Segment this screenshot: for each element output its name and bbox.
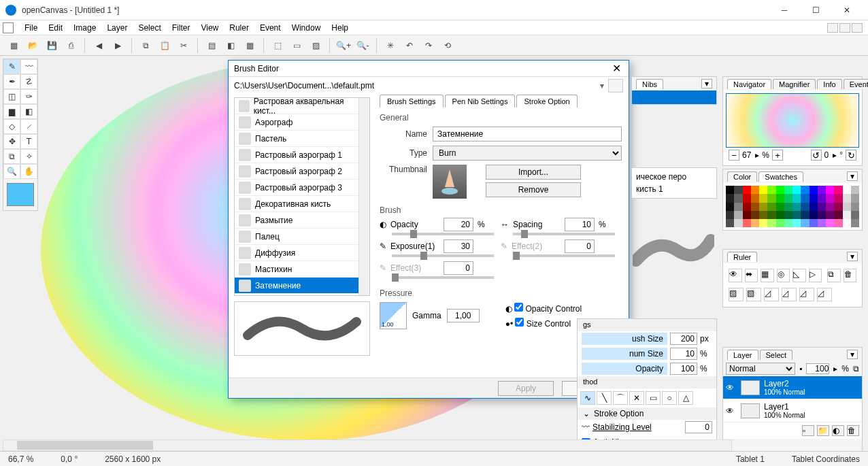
mdi-restore-icon[interactable] <box>839 23 850 33</box>
layer-lock-icon[interactable]: ▪ <box>799 364 802 373</box>
menu-select[interactable]: Select <box>133 22 166 34</box>
menu-edit[interactable]: Edit <box>43 22 68 34</box>
color-swatch[interactable] <box>759 194 767 202</box>
brush-type-select[interactable]: Burn <box>433 146 622 161</box>
panel-opacity-input[interactable] <box>670 363 697 375</box>
pen-item-0[interactable]: ическое перо <box>635 171 714 183</box>
menu-ruler[interactable]: Ruler <box>224 22 254 34</box>
tab-magnifier[interactable]: Magnifier <box>773 79 816 89</box>
color-swatch[interactable] <box>767 203 775 211</box>
color-swatch[interactable] <box>809 211 818 219</box>
brush-list-item[interactable]: Растровая акварельная кист... <box>235 98 358 114</box>
color-swatch[interactable] <box>726 203 734 211</box>
nav-rotate-cw-icon[interactable]: ↻ <box>846 150 856 161</box>
gradient-tool-icon[interactable]: ◧ <box>20 104 37 119</box>
color-swatch[interactable] <box>818 219 826 227</box>
pen-item-1[interactable]: кисть 1 <box>635 183 714 195</box>
maximize-button[interactable]: ☐ <box>800 0 831 20</box>
color-swatch[interactable] <box>834 194 842 202</box>
marquee-hatched-icon[interactable]: ▨ <box>307 37 324 54</box>
exposure-slider[interactable] <box>392 254 494 257</box>
nav-zoom-out-icon[interactable]: − <box>729 150 739 161</box>
stroke-mode-line-icon[interactable]: ╲ <box>597 391 612 405</box>
ruler-hatch1-icon[interactable]: ▨ <box>729 288 744 301</box>
color-swatch[interactable] <box>776 186 784 194</box>
stabilizing-input[interactable] <box>685 421 712 433</box>
color-swatch[interactable] <box>834 211 842 219</box>
nibs-dropdown-icon[interactable]: ▾ <box>701 79 712 88</box>
color-swatch[interactable] <box>834 203 842 211</box>
brush-list[interactable]: Растровая акварельная кист...АэрографПас… <box>234 97 370 296</box>
pencil-tool-icon[interactable]: ✎ <box>3 59 20 74</box>
import-button[interactable]: Import... <box>486 165 581 180</box>
marquee-icon[interactable]: ▭ <box>288 37 305 54</box>
stroke-mode-x-icon[interactable]: ✕ <box>629 391 644 405</box>
color-swatch[interactable] <box>751 211 759 219</box>
reset-icon[interactable]: ✳ <box>382 37 399 54</box>
color-swatch[interactable] <box>826 203 834 211</box>
brush-list-item[interactable]: Затемнение <box>235 278 358 294</box>
eyedropper-tool-icon[interactable]: ⟋ <box>20 119 37 134</box>
undo-icon[interactable]: ↶ <box>401 37 418 54</box>
text-tool-icon[interactable]: T <box>20 134 37 149</box>
tab-pen-nib[interactable]: Pen Nib Settings <box>445 95 516 107</box>
color-swatch[interactable] <box>826 211 834 219</box>
menu-image[interactable]: Image <box>68 22 101 34</box>
color-swatch[interactable] <box>776 219 784 227</box>
color-swatch[interactable] <box>743 186 751 194</box>
brush-tool-icon[interactable]: 〰 <box>20 59 37 74</box>
tab-select[interactable]: Select <box>760 350 793 360</box>
paste-icon[interactable]: 📋 <box>156 37 173 54</box>
color-swatch[interactable] <box>784 194 792 202</box>
color-swatch[interactable] <box>726 186 734 194</box>
move-tool-icon[interactable]: ✥ <box>3 134 20 149</box>
brush-list-item[interactable]: Растровый аэрограф 3 <box>235 180 358 196</box>
ruler-p1-icon[interactable]: ◿ <box>764 288 779 301</box>
color-swatch[interactable] <box>801 186 809 194</box>
color-swatch[interactable] <box>784 203 792 211</box>
stroke-mode-curve-icon[interactable]: ⌒ <box>613 391 628 405</box>
color-swatch[interactable] <box>826 186 834 194</box>
dialog-close-icon[interactable]: ✕ <box>610 62 623 76</box>
wand-tool-icon[interactable]: ✧ <box>20 149 37 164</box>
redo-icon[interactable]: ↷ <box>420 37 437 54</box>
color-swatch[interactable] <box>734 186 742 194</box>
color-swatch[interactable] <box>767 219 775 227</box>
color-swatch[interactable] <box>743 219 751 227</box>
color-swatch[interactable] <box>792 203 801 211</box>
color-swatch[interactable] <box>843 219 851 227</box>
color-swatch[interactable] <box>767 186 775 194</box>
marquee-dashed-icon[interactable]: ⬚ <box>269 37 286 54</box>
color-swatch[interactable] <box>751 186 759 194</box>
tab-navigator[interactable]: Navigator <box>727 79 771 89</box>
layer-folder-icon[interactable]: 📁 <box>817 425 829 436</box>
color-swatch[interactable] <box>751 219 759 227</box>
color-swatch[interactable] <box>726 219 734 227</box>
color-swatch[interactable] <box>784 186 792 194</box>
tab-ruler[interactable]: Ruler <box>727 252 757 262</box>
tab-event[interactable]: Event <box>844 79 868 89</box>
grid-icon[interactable]: ▦ <box>241 37 258 54</box>
ruler-play-icon[interactable]: ▷ <box>809 269 822 282</box>
color-swatch[interactable] <box>809 186 818 194</box>
copy-icon[interactable]: ⧉ <box>137 37 154 54</box>
layer-delete-icon[interactable]: 🗑 <box>847 425 859 436</box>
ruler-p4-icon[interactable]: ◿ <box>817 288 832 301</box>
color-swatch[interactable] <box>843 211 851 219</box>
color-swatch[interactable] <box>826 219 834 227</box>
layers-icon[interactable]: ▤ <box>203 37 220 54</box>
brush-list-item[interactable]: Палец <box>235 229 358 245</box>
color-swatch[interactable] <box>834 219 842 227</box>
menu-event[interactable]: Event <box>254 22 286 34</box>
color-swatch[interactable] <box>851 203 859 211</box>
stroke-option-chevron-icon[interactable]: ⌄ <box>583 409 590 418</box>
brush-list-scrollbar[interactable] <box>358 98 369 295</box>
ruler-dup-icon[interactable]: ⧉ <box>827 269 841 282</box>
canvas-h-scrollbar[interactable] <box>3 439 732 451</box>
color-swatch[interactable] <box>792 186 801 194</box>
gamma-curve-icon[interactable]: 1,00 <box>380 302 407 329</box>
layer-row[interactable]: 👁Layer2100% Normal <box>723 376 862 399</box>
hand-tool-icon[interactable]: ✋ <box>20 164 37 179</box>
spacing-slider[interactable] <box>513 233 615 235</box>
color-swatch[interactable] <box>851 219 859 227</box>
